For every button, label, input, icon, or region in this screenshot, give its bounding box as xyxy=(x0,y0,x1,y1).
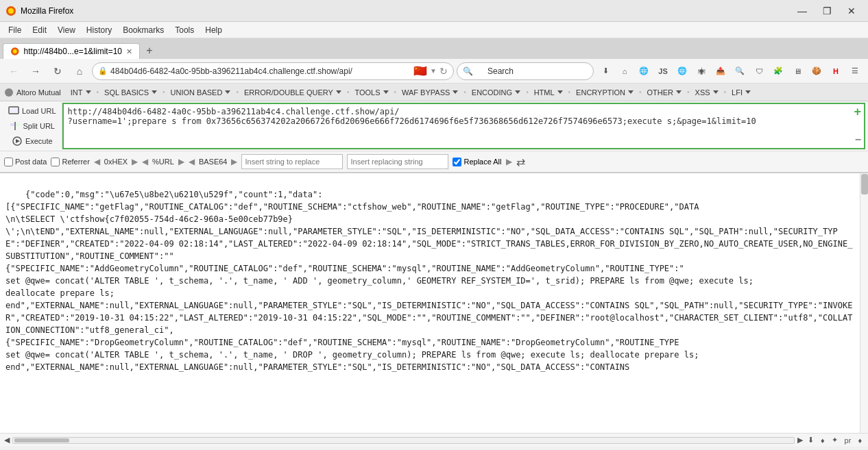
tab-favicon xyxy=(10,47,20,56)
scrollbar-thumb[interactable] xyxy=(861,174,868,195)
active-tab[interactable]: http://484b0...e=1&limit=10 ✕ xyxy=(3,43,140,59)
hackbar-sql-basics[interactable]: SQL BASICS xyxy=(100,87,161,98)
tools-dropdown[interactable] xyxy=(383,90,389,94)
url-bar[interactable]: 🔒 484b04d6-6482-4a0c-95bb-a396211ab4c4.c… xyxy=(92,62,454,80)
status-pr-icon[interactable]: pr xyxy=(843,436,854,445)
reload-button[interactable]: ↻ xyxy=(48,62,67,81)
split-url-button[interactable]: Split URL xyxy=(5,119,59,133)
int-dropdown[interactable] xyxy=(86,90,91,94)
lfi-dropdown[interactable] xyxy=(745,90,751,94)
firefox-icon xyxy=(5,5,16,16)
xss-dropdown[interactable] xyxy=(713,90,719,94)
status-download-icon[interactable]: ⬇ xyxy=(806,435,816,445)
share-icon[interactable]: 📤 xyxy=(712,62,730,80)
menu-btn[interactable]: ☰ xyxy=(846,62,864,80)
replace-icon[interactable]: ⇄ xyxy=(516,155,525,168)
menu-bookmarks[interactable]: Bookmarks xyxy=(117,22,169,38)
menu-history[interactable]: History xyxy=(81,22,117,38)
shield-icon[interactable]: 🛡 xyxy=(750,62,768,80)
search-bar[interactable]: 🔍 Search xyxy=(457,62,594,80)
monitor-icon[interactable]: 🖥 xyxy=(788,62,806,80)
hackbar-waf[interactable]: WAF BYPASS xyxy=(398,87,462,98)
reload-url-icon[interactable]: ↻ xyxy=(439,66,448,77)
globe-icon[interactable]: 🌐 xyxy=(635,62,653,80)
menu-file[interactable]: File xyxy=(3,22,27,38)
union-dropdown[interactable] xyxy=(225,90,230,94)
post-data-label[interactable]: Post data xyxy=(4,158,47,166)
sql-basics-dropdown[interactable] xyxy=(152,90,157,94)
menu-help[interactable]: Help xyxy=(200,22,228,38)
zoom-icon[interactable]: 🔍 xyxy=(731,62,749,80)
encoding-dropdown[interactable] xyxy=(515,90,520,94)
puzzle-icon[interactable]: 🧩 xyxy=(769,62,787,80)
minimize-button[interactable]: — xyxy=(791,3,813,19)
sep4: • xyxy=(347,88,350,96)
menu-edit[interactable]: Edit xyxy=(27,22,52,38)
status-right-arrow[interactable]: ▶ xyxy=(797,436,803,445)
referrer-checkbox[interactable] xyxy=(51,158,60,166)
url-plus-icon[interactable]: + xyxy=(854,105,861,118)
other-dropdown[interactable] xyxy=(676,90,682,94)
js-icon[interactable]: JS xyxy=(654,62,672,80)
status-diamond2-icon[interactable]: ♦ xyxy=(856,436,864,445)
svg-point-4 xyxy=(5,88,13,97)
load-url-button[interactable]: Load URL xyxy=(5,104,59,118)
nav-icons: ⬇ ⌂ 🌐 JS 🌐 🕷 📤 🔍 🛡 🧩 🖥 🍪 H ☰ xyxy=(596,62,864,80)
insert-replacing-input[interactable] xyxy=(347,154,448,169)
cookie-icon[interactable]: 🍪 xyxy=(808,62,825,80)
menu-bar: File Edit View History Bookmarks Tools H… xyxy=(0,22,868,38)
horizontal-scrollbar[interactable] xyxy=(12,437,795,444)
tab-close-button[interactable]: ✕ xyxy=(126,47,132,56)
hackbar-union[interactable]: UNION BASED xyxy=(167,87,235,98)
menu-tools[interactable]: Tools xyxy=(169,22,200,38)
vertical-scrollbar[interactable] xyxy=(860,173,868,433)
forward-button[interactable]: → xyxy=(26,62,45,81)
insert-replace-input[interactable] xyxy=(241,154,343,169)
execute-button[interactable]: Execute xyxy=(5,134,59,148)
hackbar-url-input[interactable]: http://484b04d6-6482-4a0c-95bb-a396211ab… xyxy=(62,103,865,149)
sep11: • xyxy=(724,88,727,96)
extension-icon2[interactable]: 🕷 xyxy=(692,62,710,80)
close-button[interactable]: ✕ xyxy=(841,3,863,19)
content-scroll[interactable]: {"code":0,"msg":"\u67e5\u8be2\u6210\u529… xyxy=(0,173,868,433)
hackbar-xss[interactable]: XSS xyxy=(691,87,723,98)
hackbar-lfi[interactable]: LFI xyxy=(727,87,755,98)
status-left-arrow[interactable]: ◀ xyxy=(4,436,10,445)
content-text: {"code":0,"msg":"\u67e5\u8be2\u6210\u529… xyxy=(5,190,852,372)
hackbar-error[interactable]: ERROR/DOUBLE QUERY xyxy=(240,87,346,98)
base64-right-arrow: ▶ xyxy=(231,157,237,166)
referrer-label[interactable]: Referrer xyxy=(51,158,89,166)
h-scrollbar-thumb[interactable] xyxy=(14,438,69,442)
new-tab-button[interactable]: + xyxy=(141,42,158,59)
hackbar-encryption[interactable]: ENCRYPTION xyxy=(572,87,638,98)
hack-icon[interactable]: H xyxy=(827,62,845,80)
post-data-checkbox[interactable] xyxy=(4,158,13,166)
waf-dropdown[interactable] xyxy=(453,90,458,94)
replace-all-label[interactable]: Replace All xyxy=(453,158,501,166)
encryption-dropdown[interactable] xyxy=(628,90,634,94)
extension-icon1[interactable]: 🌐 xyxy=(673,62,691,80)
svg-point-3 xyxy=(13,49,17,53)
hackbar-tools[interactable]: TOOLS xyxy=(350,87,392,98)
replace-all-checkbox[interactable] xyxy=(453,158,461,166)
error-dropdown[interactable] xyxy=(336,90,341,94)
url-minus-icon[interactable]: − xyxy=(855,134,861,145)
home-button[interactable]: ⌂ xyxy=(70,62,89,81)
maximize-button[interactable]: ❐ xyxy=(816,3,838,19)
html-dropdown[interactable] xyxy=(557,90,563,94)
home-nav-icon[interactable]: ⌂ xyxy=(616,62,634,80)
url-right-arrow: ▶ xyxy=(178,157,184,166)
menu-view[interactable]: View xyxy=(52,22,81,38)
hackbar-other[interactable]: OTHER xyxy=(643,87,686,98)
url-dropdown-icon[interactable]: ▼ xyxy=(430,67,437,75)
sep2: • xyxy=(162,88,165,96)
hackbar-options-row: Post data Referrer ◀ 0xHEX ▶ ◀ %URL ▶ ◀ … xyxy=(0,151,868,172)
hex-right-arrow: ▶ xyxy=(132,157,138,166)
download-icon[interactable]: ⬇ xyxy=(596,62,614,80)
hackbar-html[interactable]: HTML xyxy=(530,87,567,98)
status-star-icon[interactable]: ✦ xyxy=(830,435,840,445)
back-button[interactable]: ← xyxy=(4,62,23,81)
status-diamond-icon[interactable]: ♦ xyxy=(819,436,827,445)
hackbar-encoding[interactable]: ENCODING xyxy=(468,87,525,98)
hackbar-int[interactable]: INT xyxy=(67,87,95,98)
